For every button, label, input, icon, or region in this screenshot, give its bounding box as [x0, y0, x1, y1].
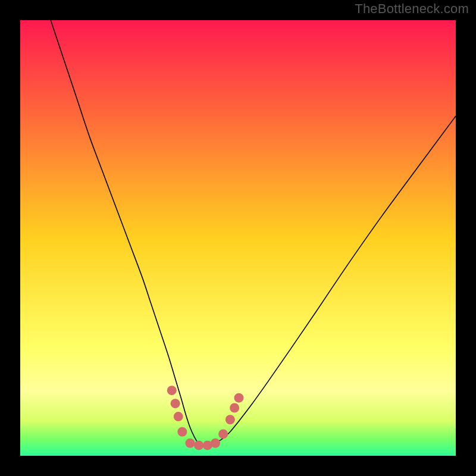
chart-svg — [20, 20, 456, 456]
marker-optimal-zone — [226, 415, 235, 424]
marker-optimal-zone — [167, 386, 177, 395]
marker-optimal-zone — [171, 399, 180, 408]
marker-optimal-zone — [211, 439, 220, 448]
marker-optimal-zone — [194, 440, 203, 450]
marker-optimal-zone — [230, 403, 239, 412]
marker-optimal-zone — [174, 412, 183, 421]
chart-frame: TheBottleneck.com — [0, 0, 476, 476]
watermark-text: TheBottleneck.com — [355, 1, 469, 17]
marker-optimal-zone — [218, 429, 228, 439]
marker-optimal-zone — [177, 427, 187, 437]
svg-rect-0 — [20, 20, 456, 456]
marker-optimal-zone — [185, 439, 195, 448]
chart-plot — [20, 20, 456, 456]
marker-optimal-zone — [234, 393, 243, 403]
